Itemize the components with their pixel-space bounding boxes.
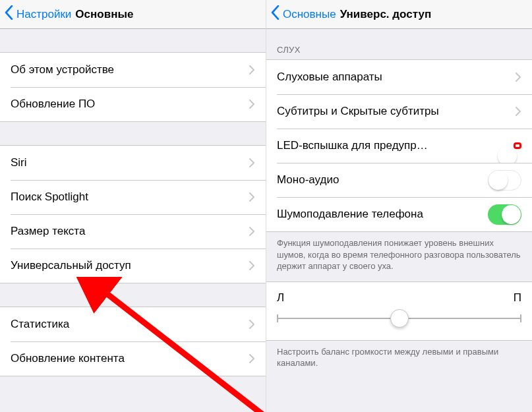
row-label: Siri	[11, 156, 244, 169]
chevron-left-icon	[270, 5, 283, 23]
row-label: Обновление контента	[11, 352, 244, 365]
row-software-update[interactable]: Обновление ПО	[0, 87, 266, 121]
accessibility-panel: Основные Универс. доступ СЛУХ Слуховые а…	[266, 0, 532, 412]
row-label: Слуховые аппараты	[277, 71, 510, 84]
row-content-update[interactable]: Обновление контента	[0, 341, 266, 376]
slider-knob[interactable]	[390, 309, 409, 328]
row-led-flash[interactable]: LED-вспышка для предупр…	[266, 129, 532, 163]
row-label: Универсальный доступ	[11, 259, 244, 272]
row-label: Субтитры и Скрытые субтитры	[277, 105, 510, 118]
chevron-right-icon	[249, 227, 255, 236]
row-statistics[interactable]: Статистика	[0, 307, 266, 341]
row-hearing-aids[interactable]: Слуховые аппараты	[266, 60, 532, 94]
row-noise-cancel[interactable]: Шумоподавление телефона	[266, 197, 532, 231]
row-spotlight[interactable]: Поиск Spotlight	[0, 180, 266, 214]
row-label: Поиск Spotlight	[11, 191, 244, 204]
row-label: LED-вспышка для предупр…	[277, 139, 514, 152]
noise-cancel-footer: Функция шумоподавления понижает уровень …	[266, 232, 532, 281]
back-label: Основные	[283, 8, 336, 21]
chevron-right-icon	[516, 107, 521, 116]
slider-label-left: Л	[277, 291, 284, 305]
navbar-left: Настройки Основные	[0, 0, 266, 29]
row-label: Моно-аудио	[277, 173, 488, 187]
section-header-hearing: СЛУХ	[266, 29, 532, 59]
slider-label-right: П	[514, 291, 521, 305]
chevron-left-icon	[4, 5, 16, 23]
chevron-right-icon	[249, 192, 255, 202]
back-button-general[interactable]: Основные	[270, 5, 336, 23]
row-subtitles[interactable]: Субтитры и Скрытые субтитры	[266, 94, 532, 129]
back-label: Настройки	[16, 8, 71, 21]
row-label: Статистика	[11, 318, 244, 331]
toggle-noise-cancel[interactable]	[488, 204, 521, 225]
chevron-right-icon	[249, 261, 255, 270]
chevron-right-icon	[249, 354, 255, 363]
settings-general-panel: Настройки Основные Об этом устройстве Об…	[0, 0, 266, 412]
navbar-right: Основные Универс. доступ	[266, 0, 532, 29]
balance-slider[interactable]	[277, 309, 521, 328]
group-about: Об этом устройстве Обновление ПО	[0, 52, 266, 122]
chevron-right-icon	[249, 65, 255, 74]
row-accessibility[interactable]: Универсальный доступ	[0, 249, 266, 283]
row-mono-audio[interactable]: Моно-аудио	[266, 163, 532, 197]
group-hearing: Слуховые аппараты Субтитры и Скрытые суб…	[266, 59, 532, 232]
row-text-size[interactable]: Размер текста	[0, 214, 266, 249]
page-title-left: Основные	[75, 8, 133, 21]
annotation-highlight	[514, 142, 521, 149]
row-label: Шумоподавление телефона	[277, 208, 488, 221]
balance-footer: Настроить баланс громкости между левыми …	[266, 341, 532, 378]
row-about-device[interactable]: Об этом устройстве	[0, 53, 266, 87]
chevron-right-icon	[249, 100, 255, 109]
row-siri[interactable]: Siri	[0, 146, 266, 180]
row-label: Обновление ПО	[11, 98, 244, 111]
row-label: Об этом устройстве	[11, 63, 244, 76]
chevron-right-icon	[249, 320, 255, 329]
toggle-mono-audio[interactable]	[488, 170, 521, 191]
group-stats: Статистика Обновление контента	[0, 307, 266, 376]
back-button-settings[interactable]: Настройки	[4, 5, 71, 23]
page-title-right: Универс. доступ	[340, 8, 432, 21]
group-features: Siri Поиск Spotlight Размер текста Униве…	[0, 145, 266, 283]
balance-slider-block: Л П	[266, 281, 532, 341]
chevron-right-icon	[249, 158, 255, 167]
chevron-right-icon	[516, 73, 521, 82]
row-label: Размер текста	[11, 225, 244, 238]
